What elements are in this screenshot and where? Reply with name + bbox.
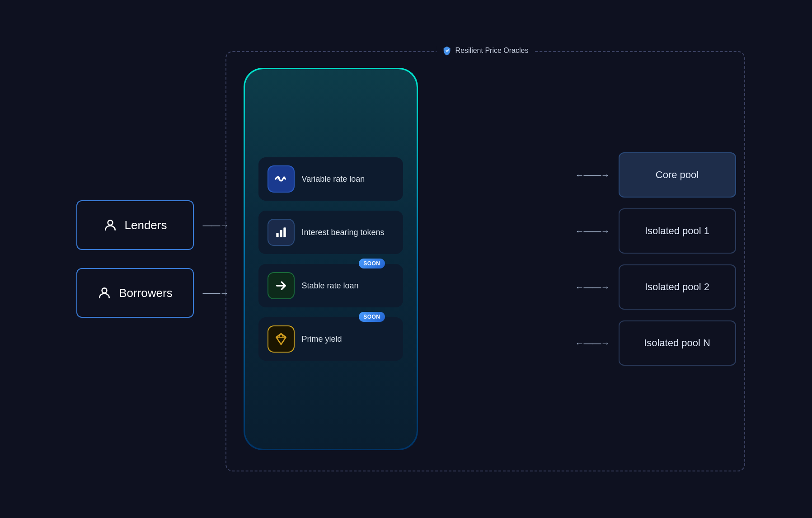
- interest-bearing-icon-bg: [268, 219, 295, 246]
- diamond-icon: [274, 332, 288, 346]
- lenders-label: Lenders: [125, 218, 167, 232]
- prime-yield-label: Prime yield: [302, 334, 342, 344]
- lenders-arrow: [203, 220, 229, 231]
- svg-rect-3: [280, 230, 282, 237]
- variable-rate-label: Variable rate loan: [302, 174, 365, 184]
- left-section: Lenders Borrowers: [76, 200, 229, 318]
- shield-icon: [442, 46, 452, 56]
- svg-rect-4: [283, 227, 286, 237]
- variable-rate-icon-bg: [268, 165, 295, 193]
- prime-yield-card[interactable]: SOON Prime yield: [258, 317, 403, 361]
- core-pool-arrow: [575, 170, 610, 180]
- diagram-container: Resilient Price Oracles Lenders Bor: [67, 33, 745, 485]
- stable-rate-soon-badge: SOON: [359, 259, 385, 268]
- stable-rate-label: Stable rate loan: [302, 281, 359, 291]
- isolated-pool-1-arrow: [575, 226, 610, 236]
- isolated-pool-2-arrow: [575, 282, 610, 292]
- borrowers-label: Borrowers: [119, 286, 172, 300]
- isolated-pool-n-arrow: [575, 338, 610, 348]
- isolated-pool-n-label: Isolated pool N: [644, 337, 710, 349]
- oracle-label-text: Resilient Price Oracles: [455, 47, 529, 55]
- stable-rate-icon-bg: [268, 272, 295, 299]
- stable-rate-card[interactable]: SOON Stable rate loan: [258, 264, 403, 307]
- core-pool-row: Core pool: [575, 152, 736, 198]
- core-pool-card[interactable]: Core pool: [619, 152, 736, 198]
- bars-icon: [274, 225, 288, 240]
- wave-icon: [274, 172, 288, 186]
- isolated-pool-n-card[interactable]: Isolated pool N: [619, 320, 736, 366]
- isolated-pool-1-row: Isolated pool 1: [575, 208, 736, 254]
- isolated-pool-2-label: Isolated pool 2: [645, 281, 709, 293]
- arrow-right-icon: [274, 278, 288, 293]
- right-section: Core pool Isolated pool 1 Isolated pool …: [575, 152, 736, 366]
- core-pool-label: Core pool: [656, 169, 699, 181]
- lenders-card[interactable]: Lenders: [76, 200, 194, 250]
- borrowers-user-icon: [97, 286, 112, 300]
- isolated-pool-2-row: Isolated pool 2: [575, 264, 736, 310]
- borrowers-row: Borrowers: [76, 268, 229, 318]
- isolated-pool-2-card[interactable]: Isolated pool 2: [619, 264, 736, 310]
- interest-bearing-card[interactable]: Interest bearing tokens: [258, 211, 403, 254]
- svg-point-0: [108, 220, 113, 225]
- center-panel-wrapper: Variable rate loan Interest bearing toke…: [244, 68, 418, 450]
- isolated-pool-n-row: Isolated pool N: [575, 320, 736, 366]
- borrowers-card[interactable]: Borrowers: [76, 268, 194, 318]
- borrowers-arrow: [203, 288, 229, 298]
- prime-yield-soon-badge: SOON: [359, 312, 385, 322]
- variable-rate-card[interactable]: Variable rate loan: [258, 157, 403, 201]
- center-panel: Variable rate loan Interest bearing toke…: [245, 69, 417, 449]
- isolated-pool-1-card[interactable]: Isolated pool 1: [619, 208, 736, 254]
- lenders-user-icon: [103, 218, 117, 232]
- svg-rect-2: [276, 233, 278, 237]
- oracle-label: Resilient Price Oracles: [437, 46, 534, 56]
- interest-bearing-label: Interest bearing tokens: [302, 228, 385, 237]
- svg-point-1: [102, 288, 107, 293]
- prime-yield-icon-bg: [268, 325, 295, 353]
- lenders-row: Lenders: [76, 200, 229, 250]
- isolated-pool-1-label: Isolated pool 1: [645, 225, 709, 237]
